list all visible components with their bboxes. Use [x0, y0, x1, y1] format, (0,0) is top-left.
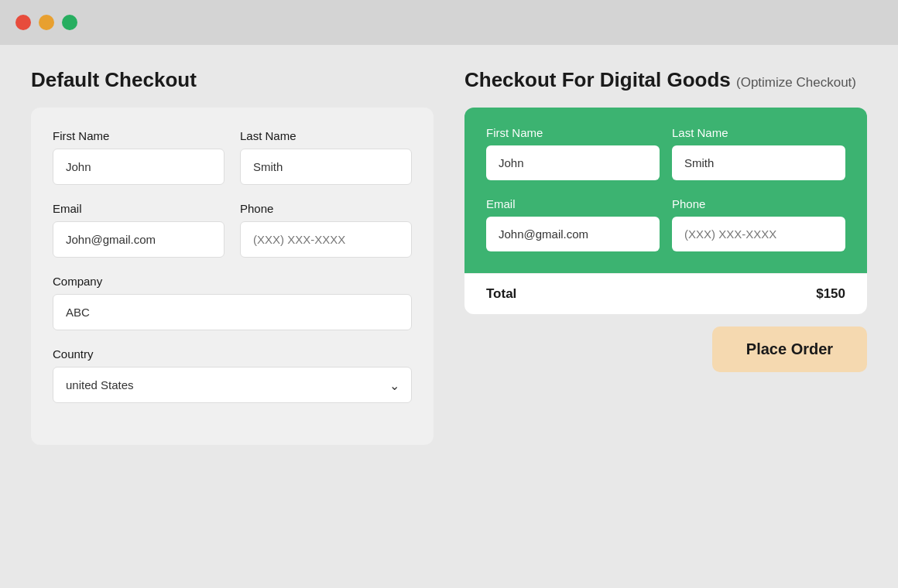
main-content: Default Checkout First Name Last Name Em… [0, 45, 898, 468]
digital-checkout-title: Checkout For Digital Goods (Optimize Che… [464, 68, 867, 92]
email-group: Email [53, 202, 224, 258]
phone-input[interactable] [240, 221, 412, 258]
digital-checkout-panel: Checkout For Digital Goods (Optimize Che… [464, 68, 867, 372]
first-name-group: First Name [53, 129, 224, 185]
green-name-row: First Name Last Name [486, 126, 845, 180]
green-last-name-input[interactable] [672, 145, 845, 180]
green-first-name-input[interactable] [486, 145, 660, 180]
company-group: Company [53, 275, 412, 330]
digital-checkout-card: First Name Last Name Email Phone [464, 108, 867, 314]
name-row: First Name Last Name [53, 129, 412, 185]
green-phone-input[interactable] [672, 217, 845, 251]
green-email-label: Email [486, 197, 660, 210]
country-select[interactable]: united States Canada United Kingdom [53, 367, 412, 403]
total-label: Total [486, 286, 516, 302]
total-section: Total $150 [464, 273, 867, 314]
phone-group: Phone [240, 202, 412, 258]
place-order-button[interactable]: Place Order [712, 326, 867, 372]
green-last-name-group: Last Name [672, 126, 845, 180]
green-phone-label: Phone [672, 197, 845, 210]
minimize-dot[interactable] [39, 15, 54, 30]
green-first-name-label: First Name [486, 126, 660, 139]
close-dot[interactable] [15, 15, 31, 30]
country-label: Country [53, 347, 412, 361]
email-label: Email [53, 202, 224, 215]
default-checkout-title: Default Checkout [31, 68, 434, 92]
first-name-label: First Name [53, 129, 224, 142]
total-value: $150 [816, 286, 845, 302]
maximize-dot[interactable] [62, 15, 77, 30]
last-name-label: Last Name [240, 129, 412, 142]
green-first-name-group: First Name [486, 126, 660, 180]
email-phone-row: Email Phone [53, 202, 412, 258]
green-email-input[interactable] [486, 217, 660, 251]
last-name-input[interactable] [240, 149, 412, 185]
default-checkout-form: First Name Last Name Email Phone [31, 108, 434, 445]
green-phone-group: Phone [672, 197, 845, 251]
green-email-phone-row: Email Phone [486, 197, 845, 251]
company-input[interactable] [53, 294, 412, 330]
green-last-name-label: Last Name [672, 126, 845, 139]
company-row: Company [53, 275, 412, 330]
country-group: Country united States Canada United King… [53, 347, 412, 403]
email-input[interactable] [53, 221, 224, 258]
phone-label: Phone [240, 202, 412, 215]
green-form-section: First Name Last Name Email Phone [464, 108, 867, 273]
country-select-wrapper: united States Canada United Kingdom ⌄ [53, 367, 412, 403]
digital-checkout-subtitle: (Optimize Checkout) [736, 75, 856, 90]
title-bar [0, 0, 898, 45]
first-name-input[interactable] [53, 149, 224, 185]
default-checkout-panel: Default Checkout First Name Last Name Em… [31, 68, 434, 445]
company-label: Company [53, 275, 412, 288]
green-email-group: Email [486, 197, 660, 251]
last-name-group: Last Name [240, 129, 412, 185]
country-row: Country united States Canada United King… [53, 347, 412, 403]
